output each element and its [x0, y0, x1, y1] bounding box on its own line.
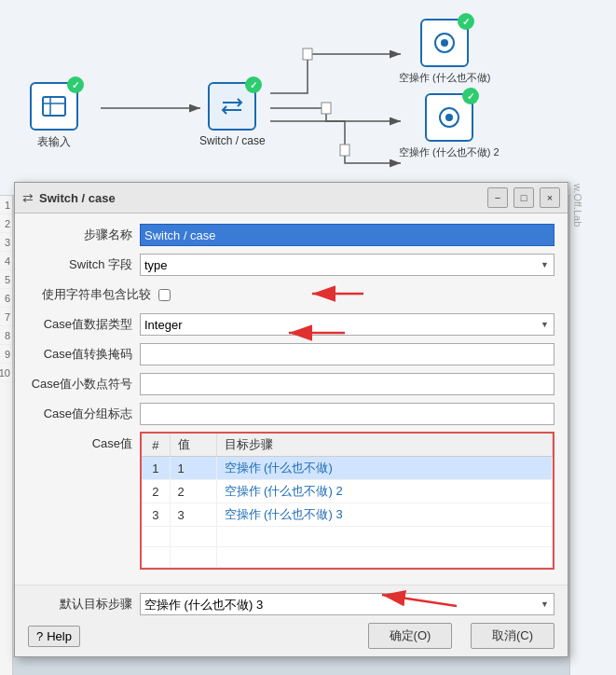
case-data-type-select-wrapper: Integer — [140, 313, 554, 336]
dialog-titlebar: ⇄ Switch / case − □ × — [15, 183, 568, 214]
switch-field-row: Switch 字段 type — [28, 253, 554, 277]
line-num-10: 10 — [0, 364, 12, 382]
case-decimal-row: Case值小数点符号 — [28, 372, 554, 396]
row3-num: 3 — [142, 503, 170, 527]
node-check-icon: ✓ — [67, 76, 84, 93]
step-name-row: 步骤名称 — [28, 223, 554, 247]
action-icon-2 — [436, 104, 462, 131]
case-group-input[interactable] — [140, 403, 554, 425]
default-step-row: 默认目标步骤 空操作 (什么也不做) 3 — [28, 593, 554, 615]
line-num-4: 4 — [0, 252, 12, 270]
node-switch-case[interactable]: ✓ Switch / case — [199, 82, 266, 147]
row1-value: 1 — [170, 457, 216, 480]
dialog-title-text: Switch / case — [39, 191, 482, 205]
node-check-icon-4: ✓ — [462, 88, 479, 104]
node-switch-case-label: Switch / case — [199, 134, 266, 147]
case-data-type-label: Case值数据类型 — [28, 316, 140, 333]
node-action1[interactable]: ✓ 空操作 (什么也不做) — [399, 19, 490, 85]
svg-point-9 — [441, 39, 448, 47]
case-group-label: Case值分组标志 — [28, 406, 140, 422]
step-name-input[interactable] — [140, 224, 554, 246]
question-icon: ? — [36, 629, 43, 643]
row1-num: 1 — [142, 457, 170, 480]
table-row[interactable]: 2 2 空操作 (什么也不做) 2 — [142, 480, 553, 503]
help-button[interactable]: ? Help — [28, 626, 80, 647]
line-num-1: 1 — [0, 196, 12, 214]
default-step-select-wrapper: 空操作 (什么也不做) 3 — [140, 593, 554, 615]
dialog-body: 步骤名称 Switch 字段 type 使用字符串包含比较 Case值数据类型 … — [15, 214, 568, 585]
row2-target[interactable]: 空操作 (什么也不做) 2 — [216, 480, 553, 503]
case-data-type-row: Case值数据类型 Integer — [28, 312, 554, 337]
node-action2-label: 空操作 (什么也不做) 2 — [399, 145, 500, 159]
case-table-header-row: # 值 目标步骤 — [142, 434, 553, 457]
string-compare-label: 使用字符串包含比较 — [28, 286, 158, 303]
step-name-label: 步骤名称 — [28, 227, 140, 243]
cancel-button[interactable]: 取消(C) — [471, 623, 554, 649]
case-data-type-select[interactable]: Integer — [140, 313, 554, 336]
case-table-label: Case值 — [28, 432, 140, 452]
canvas-background — [0, 0, 616, 196]
col-header-value: 值 — [170, 434, 216, 457]
case-convert-input[interactable] — [140, 343, 554, 365]
default-step-label: 默认目标步骤 — [28, 596, 140, 613]
line-num-9: 9 — [0, 345, 12, 364]
table-row-empty — [142, 527, 553, 547]
help-label: Help — [47, 629, 72, 643]
line-num-2: 2 — [0, 214, 12, 233]
line-num-5: 5 — [0, 270, 12, 289]
table-row-empty — [142, 547, 553, 568]
table-icon — [41, 93, 67, 119]
table-row[interactable]: 1 1 空操作 (什么也不做) — [142, 457, 553, 480]
case-convert-label: Case值转换掩码 — [28, 346, 140, 363]
switch-field-label: Switch 字段 — [28, 256, 140, 273]
case-table-row: Case值 # 值 目标步骤 1 1 空操作 (什么也不 — [28, 432, 554, 570]
maximize-button[interactable]: □ — [513, 187, 534, 208]
svg-point-11 — [445, 114, 453, 121]
switch-icon — [219, 93, 245, 119]
line-num-8: 8 — [0, 326, 12, 345]
string-compare-row: 使用字符串包含比较 — [28, 282, 554, 307]
col-header-num: # — [142, 434, 170, 457]
action-buttons: 确定(O) 取消(C) — [368, 623, 554, 649]
case-group-row: Case值分组标志 — [28, 402, 554, 426]
footer-bottom: ? Help 确定(O) 取消(C) — [28, 623, 554, 649]
node-check-icon-3: ✓ — [458, 13, 474, 30]
case-decimal-input[interactable] — [140, 373, 554, 395]
row2-value: 2 — [170, 480, 216, 503]
case-table: # 值 目标步骤 1 1 空操作 (什么也不做) 2 2 — [142, 434, 553, 568]
switch-field-select-wrapper: type — [140, 254, 554, 276]
line-num-6: 6 — [0, 289, 12, 308]
node-table-input-label: 表输入 — [37, 134, 71, 150]
left-line-numbers: 1 2 3 4 5 6 7 8 9 10 — [0, 196, 13, 675]
switch-field-select[interactable]: type — [140, 254, 554, 276]
case-decimal-label: Case值小数点符号 — [28, 376, 140, 393]
side-label: w.Off.Lab — [572, 184, 583, 227]
svg-rect-5 — [43, 97, 65, 116]
string-compare-checkbox[interactable] — [158, 289, 171, 301]
action-icon-1 — [431, 30, 458, 56]
col-header-target: 目标步骤 — [216, 434, 553, 457]
case-convert-row: Case值转换掩码 — [28, 342, 554, 366]
node-action2[interactable]: ✓ 空操作 (什么也不做) 2 — [399, 93, 500, 159]
switch-case-dialog: ⇄ Switch / case − □ × 步骤名称 Switch 字段 typ… — [14, 182, 568, 657]
dialog-title-icon: ⇄ — [22, 190, 34, 205]
row2-num: 2 — [142, 480, 170, 503]
node-table-input[interactable]: ✓ 表输入 — [30, 82, 78, 150]
table-row[interactable]: 3 3 空操作 (什么也不做) 3 — [142, 503, 553, 527]
row3-target[interactable]: 空操作 (什么也不做) 3 — [216, 503, 553, 527]
row3-value: 3 — [170, 503, 216, 527]
row1-target[interactable]: 空操作 (什么也不做) — [216, 457, 553, 480]
line-num-7: 7 — [0, 308, 12, 326]
dialog-footer: 默认目标步骤 空操作 (什么也不做) 3 ? Help 确定(O) 取消(C) — [15, 585, 568, 656]
default-step-select[interactable]: 空操作 (什么也不做) 3 — [140, 593, 554, 615]
bg-side-text: w.Off.Lab — [569, 182, 616, 675]
node-check-icon-2: ✓ — [245, 76, 262, 93]
close-button[interactable]: × — [540, 187, 560, 208]
case-table-container: # 值 目标步骤 1 1 空操作 (什么也不做) 2 2 — [140, 432, 554, 570]
node-action1-label: 空操作 (什么也不做) — [399, 71, 490, 85]
ok-button[interactable]: 确定(O) — [368, 623, 452, 649]
line-num-3: 3 — [0, 233, 12, 252]
minimize-button[interactable]: − — [487, 187, 508, 208]
